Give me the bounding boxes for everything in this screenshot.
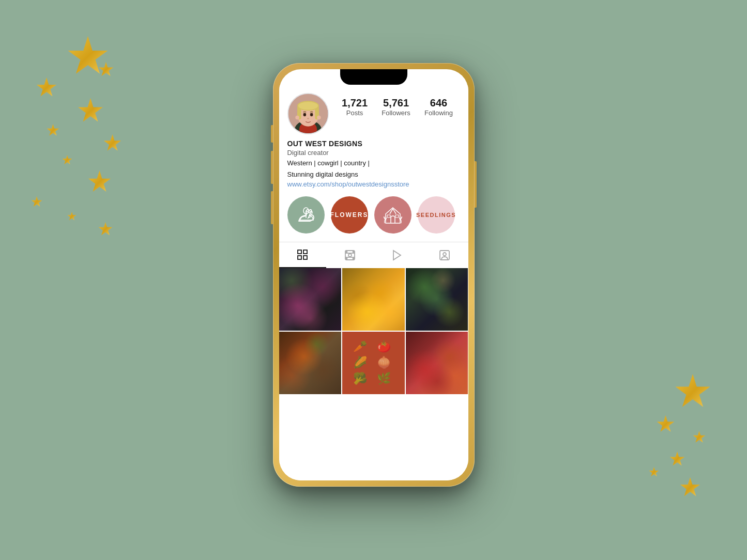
volume-up-button (271, 151, 273, 184)
star-decoration (680, 477, 700, 498)
grid-item-6[interactable] (406, 332, 468, 394)
highlight-circle-plant (287, 196, 325, 234)
bio-link[interactable]: www.etsy.com/shop/outwestdesignsstore (287, 180, 460, 188)
yellow-flowers-image (342, 268, 405, 331)
avatar-image (288, 93, 328, 134)
play-icon (391, 249, 403, 261)
highlight-seedlings[interactable]: SEEDLINGS (418, 196, 455, 234)
star-decoration (657, 415, 675, 433)
avatar[interactable] (287, 93, 329, 134)
tagged-icon (438, 249, 451, 261)
username: OUT WEST DESIGNS (287, 139, 460, 148)
house-icon (382, 204, 404, 226)
following-label: Following (424, 109, 453, 117)
star-decoration (67, 36, 109, 77)
phone-notch (340, 69, 407, 85)
carrots-image (279, 332, 342, 394)
grid-item-5[interactable]: 🥕 🍅🌽 🧅🥦 🌿 (342, 332, 405, 394)
seedlings-image (406, 268, 468, 331)
star-decoration (88, 170, 111, 194)
volume-down-button (271, 191, 273, 224)
reels-icon (344, 249, 356, 261)
veggie-icons: 🥕 🍅🌽 🧅🥦 🌿 (353, 339, 393, 386)
svg-point-25 (346, 252, 347, 253)
svg-point-8 (298, 102, 318, 110)
star-decoration (67, 212, 77, 221)
svg-rect-19 (298, 250, 301, 254)
highlight-plant[interactable] (287, 196, 325, 234)
veggie-pattern-image: 🥕 🍅🌽 🧅🥦 🌿 (342, 332, 405, 394)
profile-header: 1,721 Posts 5,761 Followers 646 Followin… (279, 85, 468, 134)
svg-point-24 (348, 254, 352, 257)
star-decoration (62, 155, 72, 165)
plant-icon (295, 204, 317, 226)
star-decoration (675, 374, 711, 410)
grid-icon (296, 248, 309, 261)
screen-content: 1,721 Posts 5,761 Followers 646 Followin… (279, 85, 468, 480)
star-decoration (47, 124, 59, 137)
followers-count: 5,761 (382, 97, 410, 109)
phone-frame: 1,721 Posts 5,761 Followers 646 Followin… (273, 63, 475, 487)
svg-rect-21 (298, 256, 301, 259)
dahlias-image (406, 332, 468, 394)
svg-point-27 (346, 258, 347, 259)
bio-section: OUT WEST DESIGNS Digital creator Western… (279, 134, 468, 188)
followers-stat[interactable]: 5,761 Followers (382, 97, 410, 117)
star-decoration (693, 431, 706, 444)
star-decoration (98, 222, 113, 237)
stars-right-decoration (613, 369, 716, 498)
grid-item-2[interactable] (342, 268, 405, 331)
svg-point-13 (307, 118, 309, 119)
star-decoration (669, 452, 685, 467)
svg-marker-31 (393, 251, 401, 260)
stats-container: 1,721 Posts 5,761 Followers 646 Followin… (335, 93, 460, 117)
svg-point-28 (353, 258, 354, 259)
highlight-circle-seedlings: SEEDLINGS (418, 196, 455, 234)
svg-point-26 (353, 252, 354, 253)
grid-item-1[interactable] (279, 268, 342, 331)
phone-screen: 1,721 Posts 5,761 Followers 646 Followin… (279, 69, 468, 480)
dark-flowers-image (279, 268, 342, 331)
posts-stat[interactable]: 1,721 Posts (342, 97, 368, 117)
phone-mockup: 1,721 Posts 5,761 Followers 646 Followin… (273, 63, 475, 487)
svg-point-33 (443, 253, 446, 256)
svg-rect-17 (387, 215, 390, 217)
svg-rect-18 (395, 215, 399, 217)
star-decoration (31, 196, 42, 208)
star-decoration (98, 62, 114, 77)
highlight-circle-house (374, 196, 411, 234)
highlight-house[interactable] (374, 196, 411, 234)
bio-line2: Stunning digital designs (287, 170, 460, 179)
following-stat[interactable]: 646 Following (424, 97, 453, 117)
posts-count: 1,721 (342, 97, 368, 109)
highlights-row: FLOWERS (279, 188, 468, 240)
svg-point-12 (310, 114, 312, 116)
star-decoration (36, 77, 57, 98)
svg-rect-20 (303, 250, 307, 254)
svg-point-15 (317, 116, 321, 120)
user-role: Digital creator (287, 149, 460, 157)
following-count: 646 (424, 97, 453, 109)
tab-tagged[interactable] (421, 242, 468, 268)
tab-grid[interactable] (279, 242, 327, 268)
highlight-flowers[interactable]: FLOWERS (331, 196, 368, 234)
svg-point-14 (295, 116, 299, 120)
followers-label: Followers (382, 109, 410, 117)
svg-rect-22 (303, 256, 307, 259)
svg-point-11 (303, 114, 306, 116)
grid-item-4[interactable] (279, 332, 342, 394)
star-decoration (649, 467, 659, 477)
mute-button (271, 125, 273, 143)
power-button (475, 161, 477, 208)
star-decoration (103, 134, 121, 152)
photo-grid: 🥕 🍅🌽 🧅🥦 🌿 (279, 268, 468, 394)
highlight-circle-flowers: FLOWERS (331, 196, 368, 234)
stars-left-decoration (16, 31, 129, 238)
grid-item-3[interactable] (406, 268, 468, 331)
nav-tabs (279, 242, 468, 268)
posts-label: Posts (342, 109, 368, 117)
tab-reels[interactable] (326, 242, 374, 268)
tab-video[interactable] (374, 242, 421, 268)
star-decoration (78, 98, 103, 124)
bio-line1: Western | cowgirl | country | (287, 159, 460, 168)
